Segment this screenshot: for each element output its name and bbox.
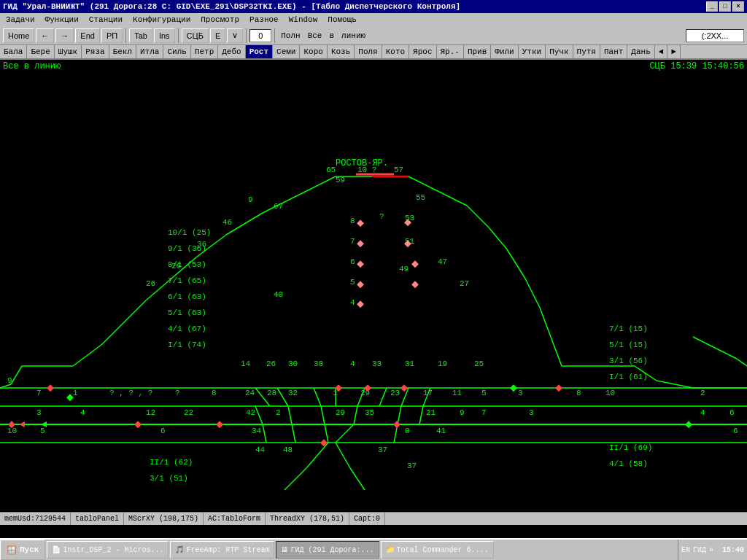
tab-semi[interactable]: Семи (273, 45, 300, 58)
minimize-button[interactable]: _ (706, 1, 718, 12)
tab-nav-left[interactable]: ◄ (655, 45, 668, 58)
lang-indicator[interactable]: EN (681, 546, 690, 554)
menu-stations[interactable]: Станции (85, 15, 127, 25)
task-instr[interactable]: 📄 Instr_DSP_2 - Micros... (47, 541, 169, 559)
svg-line-15 (507, 249, 525, 279)
tab-polya[interactable]: Поля (355, 45, 382, 58)
svg-text:26: 26 (146, 279, 155, 288)
task-label-3: ГИД (291 Дорога:... (290, 546, 374, 554)
task-label-4: Total Commander 6.... (397, 546, 489, 554)
tab-shushk[interactable]: Шушк (55, 45, 82, 58)
svg-rect-154 (357, 260, 364, 268)
svg-text:I/1 (74): I/1 (74) (168, 341, 206, 349)
svg-text:14: 14 (241, 359, 251, 368)
task-gid[interactable]: 🖥 ГИД (291 Дорога:... (276, 541, 379, 559)
tab-itla[interactable]: Итла (136, 45, 163, 58)
toolbar: Home ← → End РП Tab Ins СЦБ Е ∨ 0 Полн В… (0, 26, 747, 45)
svg-text:6: 6 (733, 427, 738, 435)
svg-rect-155 (357, 281, 364, 288)
svg-text:34: 34 (252, 427, 262, 435)
tab-priv[interactable]: Прив (464, 45, 491, 58)
tab-puchk[interactable]: Пучк (546, 45, 573, 58)
svg-text:7/1 (65): 7/1 (65) (168, 276, 206, 285)
svg-text:5: 5 (40, 427, 45, 435)
menu-misc[interactable]: Разное (245, 15, 283, 25)
svg-text:28: 28 (267, 389, 276, 397)
tab-putya[interactable]: Путя (573, 45, 600, 58)
svg-line-8 (124, 300, 146, 322)
svg-rect-168 (510, 384, 517, 392)
maximize-button[interactable]: □ (719, 1, 731, 12)
number-input[interactable]: 0 (249, 29, 271, 42)
tab-yar[interactable]: Яр.- (437, 45, 464, 58)
svg-text:33: 33 (372, 359, 382, 368)
svg-rect-163 (400, 384, 408, 392)
svg-text:7: 7 (36, 389, 42, 397)
tab-ryaza[interactable]: Ряза (82, 45, 109, 58)
svg-text:23: 23 (390, 389, 400, 397)
menu-window[interactable]: Window (285, 15, 322, 25)
start-button[interactable]: 🪟 Пуск (0, 540, 45, 560)
tab-utki[interactable]: Утки (519, 45, 546, 58)
tab-fili[interactable]: Фили (491, 45, 518, 58)
tab-yaros[interactable]: Ярос (409, 45, 436, 58)
e-button[interactable]: Е (210, 28, 225, 43)
home-button[interactable]: Home (3, 28, 34, 43)
tab-koto[interactable]: Кото (382, 45, 409, 58)
menu-functions[interactable]: Функции (41, 15, 83, 25)
station-tabs: Бала Бере Шушк Ряза Бекл Итла Силь Петр … (0, 45, 747, 60)
end-button[interactable]: End (75, 28, 100, 43)
menu-tasks[interactable]: Задачи (1, 15, 39, 25)
more-indicator[interactable]: » (709, 546, 713, 554)
menu-help[interactable]: Помощь (323, 15, 361, 25)
close-button[interactable]: × (732, 1, 744, 12)
svg-text:2: 2 (276, 408, 281, 417)
svg-text:4: 4 (700, 408, 705, 417)
tab-bekl[interactable]: Бекл (109, 45, 136, 58)
tab-koz[interactable]: Козь (328, 45, 355, 58)
line-label: линию (338, 31, 368, 40)
tab-button[interactable]: Tab (129, 28, 152, 43)
rp-button[interactable]: РП (101, 28, 123, 43)
tab-dan[interactable]: Дань (627, 45, 654, 58)
svg-text:36: 36 (197, 240, 206, 249)
tab-debo[interactable]: Дебо (218, 45, 245, 58)
svg-text:11: 11 (452, 389, 462, 397)
svg-line-12 (438, 191, 467, 206)
tab-bere[interactable]: Бере (27, 45, 54, 58)
next-button[interactable]: → (55, 28, 74, 43)
menu-config[interactable]: Конфигурации (128, 15, 195, 25)
tab-bala[interactable]: Бала (0, 45, 27, 58)
menu-view[interactable]: Просмотр (196, 15, 244, 25)
diagram-svg: РОСТОВ-ЯР. (0, 60, 747, 512)
svg-rect-149 (47, 384, 54, 392)
task-totalcmd[interactable]: 📁 Total Commander 6.... (381, 541, 494, 559)
tab-nav-right[interactable]: ► (667, 45, 681, 58)
down-button[interactable]: ∨ (227, 28, 243, 43)
prev-button[interactable]: ← (36, 28, 54, 43)
window-title: ГИД "Урал-ВНИИЖТ" (291 Дорога:28 С: GID\… (3, 2, 460, 11)
svg-text:4: 4 (80, 408, 85, 417)
svg-text:6/1 (63): 6/1 (63) (168, 292, 206, 301)
svg-text:19: 19 (438, 359, 447, 368)
tab-rost[interactable]: Рост (246, 45, 273, 58)
ins-button[interactable]: Ins (154, 28, 175, 43)
tab-sil[interactable]: Силь (163, 45, 190, 58)
tab-petr[interactable]: Петр (191, 45, 218, 58)
svg-text:? , ? , ?: ? , ? , ? (109, 389, 152, 397)
menu-bar: Задачи Функции Станции Конфигурации Прос… (0, 13, 747, 26)
svg-text:8: 8 (350, 217, 355, 225)
svg-text:3: 3 (36, 408, 42, 417)
task-freeamp[interactable]: 🎵 FreeAmp: RTP Stream (170, 541, 274, 559)
scb-button[interactable]: СЦБ (182, 28, 209, 43)
svg-text:6: 6 (160, 427, 166, 435)
code-input[interactable]: (:2ХХ... (686, 29, 744, 42)
svg-text:17: 17 (423, 389, 433, 397)
svg-line-54 (737, 359, 747, 366)
svg-text:31: 31 (405, 359, 415, 368)
start-label: Пуск (20, 545, 39, 554)
svg-line-3 (409, 176, 438, 191)
tab-pant[interactable]: Пант (600, 45, 627, 58)
status-mem: memUsd:7129544 (0, 513, 71, 525)
tab-koro[interactable]: Коро (300, 45, 327, 58)
